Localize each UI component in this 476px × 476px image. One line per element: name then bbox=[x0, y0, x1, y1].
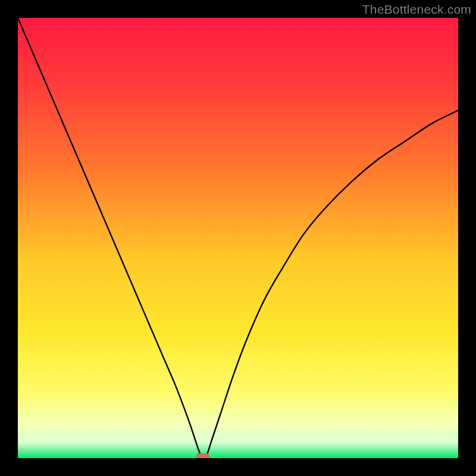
chart-frame: { "attribution": "TheBottleneck.com", "c… bbox=[0, 0, 476, 476]
chart-svg bbox=[18, 18, 458, 458]
minimum-marker bbox=[196, 453, 209, 458]
gradient-background bbox=[18, 18, 458, 458]
plot-area bbox=[18, 18, 458, 458]
attribution-text: TheBottleneck.com bbox=[362, 2, 471, 17]
